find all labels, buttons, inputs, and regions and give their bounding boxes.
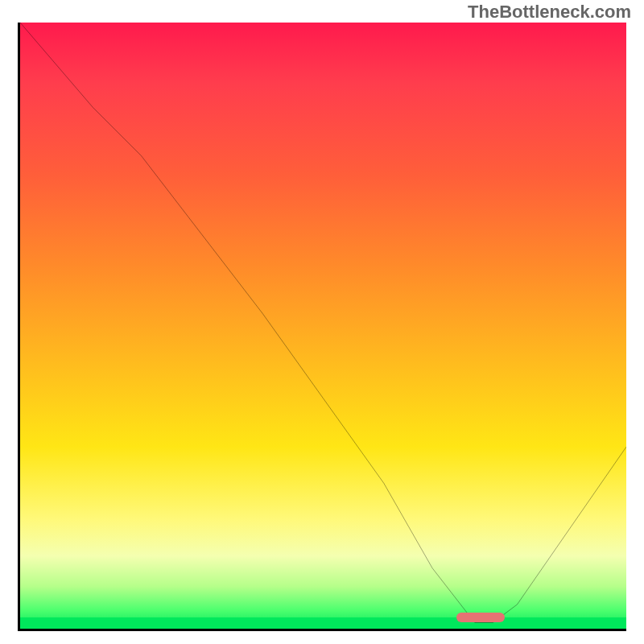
chart-area bbox=[18, 23, 626, 631]
bottleneck-curve-path bbox=[20, 23, 626, 622]
bottleneck-curve-svg bbox=[20, 23, 626, 629]
optimal-zone-marker bbox=[456, 613, 505, 622]
watermark-text: TheBottleneck.com bbox=[468, 2, 631, 23]
